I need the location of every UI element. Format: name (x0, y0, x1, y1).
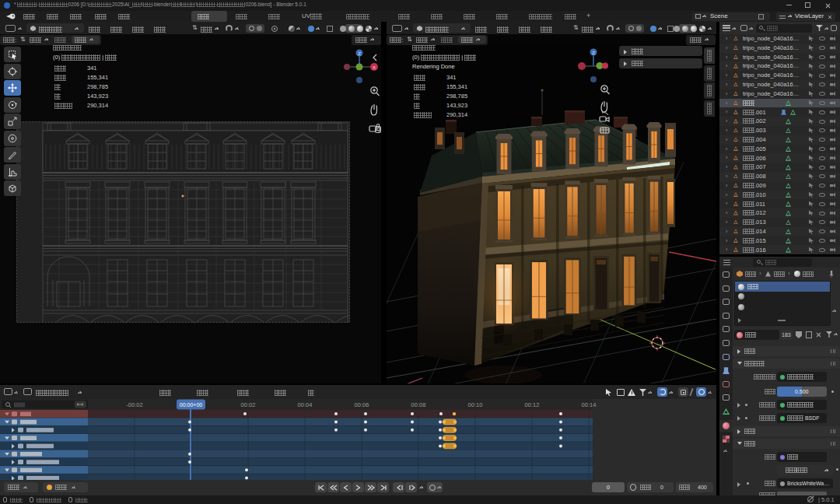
svg-text:-00:02: -00:02 (126, 401, 142, 408)
svg-text:00:14: 00:14 (582, 401, 597, 408)
svg-text:Z: Z (592, 51, 595, 55)
svg-text:00:04: 00:04 (298, 401, 313, 408)
svg-text:00:06: 00:06 (355, 401, 369, 408)
svg-text:00:12: 00:12 (525, 401, 540, 408)
svg-text:00:02: 00:02 (241, 401, 256, 408)
svg-text:00:08: 00:08 (411, 401, 426, 408)
svg-text:00:10: 00:10 (468, 401, 483, 408)
svg-text:00:00+00: 00:00+00 (180, 402, 202, 408)
svg-text:Z: Z (358, 51, 361, 56)
